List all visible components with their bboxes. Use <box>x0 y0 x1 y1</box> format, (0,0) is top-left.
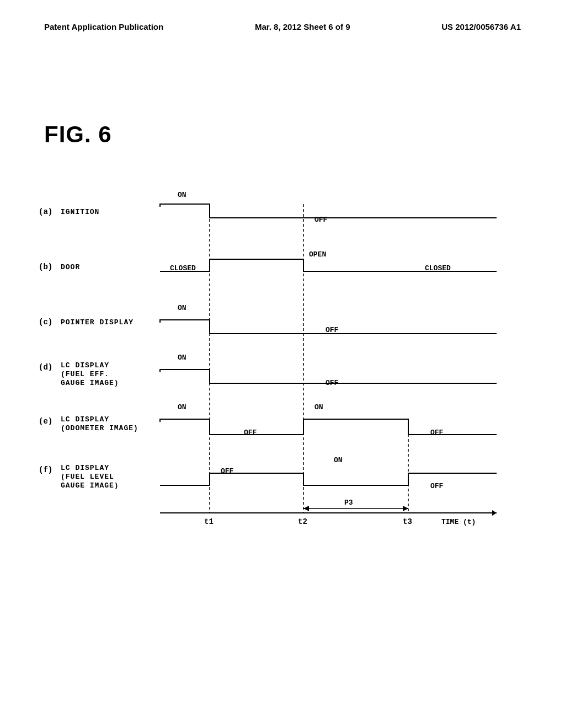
label-d-letter: (d) <box>39 363 52 372</box>
fuel-level-signal <box>160 473 497 485</box>
label-d-text1: LC DISPLAY <box>61 361 109 370</box>
p3-label: P3 <box>344 499 353 507</box>
label-a-letter: (a) <box>39 207 52 216</box>
fuel-eff-on-label: ON <box>178 354 186 362</box>
label-d-text2: (FUEL EFF. <box>61 370 109 378</box>
p3-left-arrow <box>303 506 309 511</box>
label-b-letter: (b) <box>39 263 52 271</box>
door-open-label: OPEN <box>309 250 326 259</box>
label-e-text1: LC DISPLAY <box>61 415 109 424</box>
pointer-off-label: OFF <box>326 326 339 334</box>
pointer-on-label: ON <box>178 304 186 312</box>
label-e-letter: (e) <box>39 417 52 426</box>
fuel-level-off-right-label: OFF <box>430 482 444 490</box>
label-f-text1: LC DISPLAY <box>61 464 109 472</box>
time-axis-arrow <box>492 510 497 516</box>
figure-title: FIG. 6 <box>44 121 112 148</box>
ignition-signal <box>160 204 497 218</box>
odometer-off-left-label: OFF <box>244 429 257 437</box>
label-c-text: POINTER DISPLAY <box>61 318 134 326</box>
label-f-text3: GAUGE IMAGE) <box>61 481 119 490</box>
odometer-signal <box>160 419 497 435</box>
header-center: Mar. 8, 2012 Sheet 6 of 9 <box>255 22 350 31</box>
ignition-off-label: OFF <box>315 216 328 224</box>
label-b-text: DOOR <box>61 263 80 271</box>
p3-right-arrow <box>403 506 408 511</box>
fuel-level-on-label: ON <box>334 456 343 464</box>
header-left: Patent Application Publication <box>44 22 163 31</box>
odometer-off-right-label: OFF <box>430 429 444 437</box>
page-header: Patent Application Publication Mar. 8, 2… <box>0 22 565 31</box>
label-a-text: IGNITION <box>61 208 99 216</box>
odometer-on-left-label: ON <box>178 403 186 411</box>
label-f-letter: (f) <box>39 465 52 474</box>
fuel-level-off-left-label: OFF <box>221 467 234 475</box>
t1-label: t1 <box>204 517 214 526</box>
timing-diagram: text { font-family: 'Courier New', Couri… <box>33 188 530 546</box>
header-right: US 2012/0056736 A1 <box>441 22 521 31</box>
label-d-text3: GAUGE IMAGE) <box>61 379 119 387</box>
time-label: TIME (t) <box>441 518 476 526</box>
label-e-text2: (ODOMETER IMAGE) <box>61 424 138 432</box>
label-c-letter: (c) <box>39 318 52 326</box>
odometer-on-right-label: ON <box>315 403 323 411</box>
t2-label: t2 <box>298 517 307 526</box>
t3-label: t3 <box>403 517 412 526</box>
ignition-on-label: ON <box>178 191 186 199</box>
label-f-text2: (FUEL LEVEL <box>61 473 114 481</box>
